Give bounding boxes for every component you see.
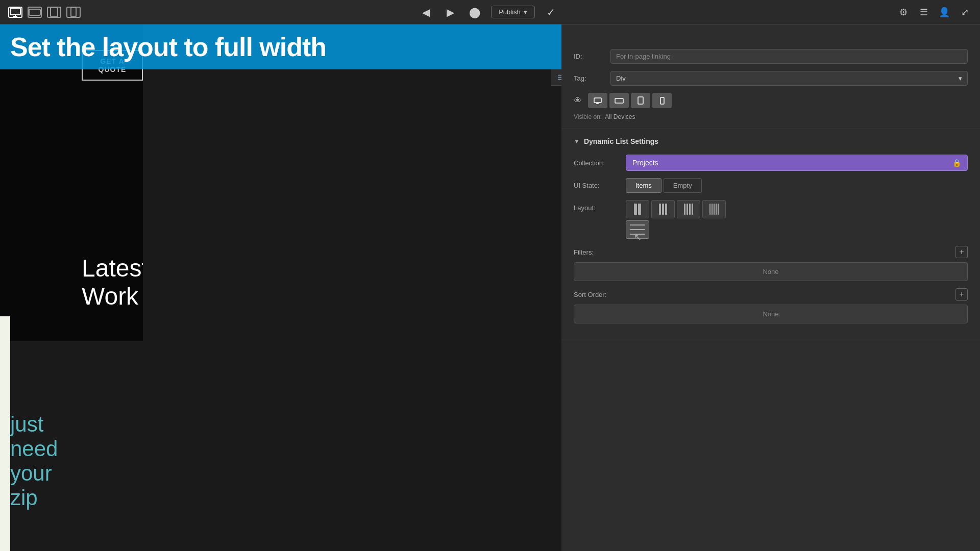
sort-row: Sort Order: + None <box>574 288 968 323</box>
visibility-mobile-btn[interactable] <box>652 93 672 108</box>
menu-icon[interactable]: ☰ <box>917 5 931 19</box>
layout-rows-button-wrapper: ↖ <box>626 220 649 239</box>
sort-add-button[interactable]: + <box>955 288 968 300</box>
svg-rect-3 <box>29 9 40 15</box>
section-title: Dynamic List Settings <box>584 137 658 145</box>
overlay-banner: Set the layout to full width <box>0 24 561 69</box>
ui-state-items-button[interactable]: Items <box>626 178 662 193</box>
visibility-tablet-landscape-btn[interactable] <box>609 93 629 108</box>
settings-icon[interactable]: ⚙ <box>896 5 911 19</box>
svg-rect-4 <box>51 8 58 17</box>
device-tablet-landscape-icon[interactable] <box>28 7 42 18</box>
checkmark-button[interactable]: ✓ <box>543 4 559 20</box>
overlay-banner-text: Set the layout to full width <box>10 32 326 62</box>
device-icons-group <box>8 7 81 18</box>
ui-state-empty-button[interactable]: Empty <box>664 178 702 193</box>
sort-none-box: None <box>574 305 968 323</box>
eye-icon[interactable]: 👁 <box>574 96 582 105</box>
right-panel: ID: Tag: Div ▾ 👁 <box>561 24 980 551</box>
tag-label: Tag: <box>574 74 604 82</box>
tag-field-row: Tag: Div ▾ <box>574 71 968 86</box>
layout-row: Layout: <box>574 200 968 239</box>
section-header: ▼ Dynamic List Settings <box>574 137 968 145</box>
visibility-desktop-btn[interactable] <box>588 93 607 108</box>
device-tablet-portrait-icon[interactable] <box>47 7 61 18</box>
expand-icon[interactable]: ⤢ <box>958 5 972 19</box>
filters-none-text: None <box>763 268 778 276</box>
collection-label: Collection: <box>574 159 620 167</box>
layout-grid: ↖ <box>626 200 726 239</box>
layout-4col-button[interactable] <box>677 200 700 218</box>
publish-button[interactable]: Publish ▾ <box>491 6 535 18</box>
visibility-tablet-portrait-btn[interactable] <box>631 93 650 108</box>
device-visibility-buttons <box>588 93 672 108</box>
breadcrumb-bar: ☰ Dynamic List Wrapper Settings <box>551 69 561 86</box>
tag-value: Div <box>616 74 626 82</box>
ui-state-buttons: Items Empty <box>626 178 702 193</box>
id-label: ID: <box>574 53 604 60</box>
svg-rect-9 <box>615 98 623 103</box>
canvas-light-section: just need your zip <box>0 316 10 551</box>
layout-bottom-buttons: ↖ <box>626 220 726 239</box>
preview-button[interactable]: ⬤ <box>467 4 483 20</box>
redo-button[interactable]: ▶ <box>442 4 458 20</box>
canvas-content: GET A QUOTE Latest Work just need your z… <box>0 24 143 551</box>
layout-label: Layout: <box>574 200 620 212</box>
ui-state-label: UI State: <box>574 182 620 189</box>
tag-arrow-icon: ▾ <box>959 74 962 82</box>
svg-rect-5 <box>71 8 76 17</box>
svg-rect-0 <box>10 8 20 15</box>
panel-id-tag-section: ID: Tag: Div ▾ 👁 <box>561 41 980 129</box>
zip-text: just need your zip <box>10 412 58 510</box>
id-field-row: ID: <box>574 49 968 64</box>
dynamic-list-settings-section: ▼ Dynamic List Settings Collection: Proj… <box>561 129 980 339</box>
collection-lock-icon: 🔒 <box>952 159 961 167</box>
canvas-dark-section: GET A QUOTE Latest Work <box>0 24 143 341</box>
filters-row: Filters: + None <box>574 246 968 281</box>
collection-value: Projects <box>632 159 658 167</box>
svg-rect-6 <box>594 98 601 103</box>
device-desktop-icon[interactable] <box>8 7 22 18</box>
filters-none-box: None <box>574 262 968 281</box>
layout-rows-button[interactable] <box>626 220 649 239</box>
publish-arrow-icon: ▾ <box>524 8 527 16</box>
breadcrumb-icon: ☰ <box>557 73 561 81</box>
tag-select[interactable]: Div ▾ <box>610 71 968 86</box>
layout-5col-button[interactable] <box>702 200 726 218</box>
visibility-row: 👁 <box>574 93 968 108</box>
filters-label: Filters: <box>574 248 594 256</box>
filters-header: Filters: + <box>574 246 968 258</box>
svg-rect-10 <box>638 97 643 104</box>
section-chevron-icon[interactable]: ▼ <box>574 138 580 145</box>
latest-work-text: Latest Work <box>82 254 143 310</box>
device-mobile-icon[interactable] <box>66 7 81 18</box>
canvas-area: Set the layout to full width GET A QUOTE… <box>0 24 561 551</box>
sort-label: Sort Order: <box>574 291 606 298</box>
main-area: Set the layout to full width GET A QUOTE… <box>0 24 980 551</box>
publish-label: Publish <box>499 8 521 16</box>
sort-none-text: None <box>763 310 778 318</box>
ui-state-row: UI State: Items Empty <box>574 178 968 193</box>
collection-select[interactable]: Projects 🔒 <box>626 155 968 171</box>
layout-2col-button[interactable] <box>626 200 649 218</box>
top-bar-right: ⚙ ☰ 👤 ⤢ <box>896 5 972 19</box>
visible-on-label: Visible on: <box>574 113 602 120</box>
svg-rect-11 <box>660 97 664 104</box>
filters-add-button[interactable]: + <box>955 246 968 258</box>
layout-3col-button[interactable] <box>651 200 675 218</box>
top-bar-center: ◀ ▶ ⬤ Publish ▾ ✓ <box>418 4 559 20</box>
user-icon[interactable]: 👤 <box>937 5 951 19</box>
visible-on-value: All Devices <box>605 113 635 120</box>
sort-header: Sort Order: + <box>574 288 968 300</box>
id-input[interactable] <box>610 49 968 64</box>
layout-top-buttons <box>626 200 726 218</box>
top-bar: ◀ ▶ ⬤ Publish ▾ ✓ ⚙ ☰ 👤 ⤢ <box>0 0 980 24</box>
collection-row: Collection: Projects 🔒 <box>574 155 968 171</box>
undo-button[interactable]: ◀ <box>418 4 434 20</box>
